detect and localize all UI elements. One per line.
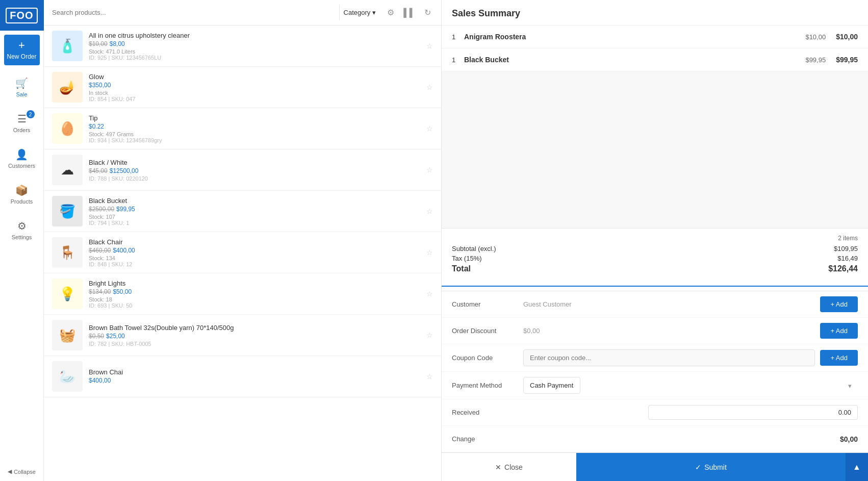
summary-panel: Sales Summary 1 Anigram Roostera $10,00 …	[442, 0, 868, 481]
sidebar-item-settings[interactable]: ⚙ Settings	[0, 212, 44, 248]
product-info: Black / White $45,00$12500,00 ID: 788 | …	[89, 159, 420, 182]
coupon-label: Coupon Code	[452, 354, 523, 362]
check-icon: ✓	[695, 463, 701, 471]
product-price: $350,00	[89, 82, 420, 89]
received-input[interactable]	[648, 405, 858, 420]
barcode-icon[interactable]: ▌▌	[401, 6, 417, 19]
favorite-icon[interactable]: ☆	[426, 248, 433, 257]
products-icon: 📦	[15, 184, 28, 196]
favorite-icon[interactable]: ☆	[426, 42, 433, 50]
sidebar-item-sale[interactable]: 🛒 Sale	[0, 69, 44, 105]
sidebar: FOO + New Order 🛒 Sale ☰ Orders 2 👤 Cust…	[0, 0, 44, 481]
product-price: $10,00$8,00	[89, 40, 420, 47]
category-select[interactable]: Category ▾	[339, 5, 380, 20]
summary-title: Sales Summary	[452, 8, 520, 18]
product-item[interactable]: 🥚 Tip $0.22 Stock: 497 Grams ID: 934 | S…	[44, 108, 441, 149]
grand-total-row: Total $126,44	[452, 264, 858, 273]
collapse-button[interactable]: ◀ Collapse	[8, 462, 36, 481]
favorite-icon[interactable]: ☆	[426, 290, 433, 298]
payment-row: Payment Method Cash PaymentCard PaymentB…	[442, 372, 868, 399]
change-value: $0,00	[817, 435, 858, 443]
product-stock: Stock: 134	[89, 255, 420, 261]
refresh-icon[interactable]: ↻	[422, 6, 433, 19]
payment-select[interactable]: Cash PaymentCard PaymentBank Transfer	[523, 377, 580, 394]
discount-label: Order Discount	[452, 327, 523, 335]
product-info: Brown Chai $400,00	[89, 368, 420, 385]
product-name: Black Chair	[89, 238, 420, 246]
favorite-icon[interactable]: ☆	[426, 372, 433, 381]
new-order-button[interactable]: + New Order	[4, 35, 40, 65]
search-input[interactable]	[52, 9, 334, 16]
orders-icon: ☰	[17, 113, 27, 125]
product-name: Black Bucket	[89, 197, 420, 205]
logo-text: FOO	[6, 8, 37, 23]
order-spacer	[442, 71, 868, 228]
change-label: Change	[452, 435, 817, 443]
product-stock: Stock: 497 Grams	[89, 131, 420, 137]
customer-value: Guest Customer	[523, 300, 820, 308]
product-thumb: 🪔	[52, 72, 83, 103]
products-toolbar: Category ▾ ⚙ ▌▌ ↻	[44, 0, 441, 26]
product-thumb: 🧺	[52, 320, 83, 350]
add-discount-button[interactable]: + Add	[820, 323, 858, 339]
product-item[interactable]: 💡 Bright Lights $134,00$50,00 Stock: 18 …	[44, 273, 441, 315]
sidebar-item-orders[interactable]: ☰ Orders 2	[0, 105, 44, 141]
close-button[interactable]: ✕ Close	[442, 453, 576, 481]
favorite-icon[interactable]: ☆	[426, 207, 433, 215]
favorite-icon[interactable]: ☆	[426, 124, 433, 133]
products-list: 🧴 All in one citrus upholstery cleaner $…	[44, 26, 441, 481]
payment-select-wrapper: Cash PaymentCard PaymentBank Transfer ▾	[523, 377, 858, 394]
orders-badge: 2	[27, 110, 35, 118]
sidebar-item-orders-label: Orders	[13, 127, 31, 133]
customer-row: Customer Guest Customer + Add	[442, 291, 868, 318]
submit-button[interactable]: ✓ Submit	[576, 453, 846, 481]
collapse-icon: ◀	[8, 468, 12, 475]
product-id-sku: ID: 925 | SKU: 123456765LU	[89, 55, 420, 61]
sidebar-item-products[interactable]: 📦 Products	[0, 176, 44, 212]
favorite-icon[interactable]: ☆	[426, 166, 433, 174]
sidebar-nav: 🛒 Sale ☰ Orders 2 👤 Customers 📦 Products…	[0, 69, 43, 462]
new-order-label: New Order	[7, 53, 36, 60]
sidebar-item-settings-label: Settings	[12, 234, 32, 240]
add-coupon-button[interactable]: + Add	[820, 350, 858, 366]
sidebar-item-customers[interactable]: 👤 Customers	[0, 141, 44, 176]
order-item-unit-price: $10,00	[805, 33, 826, 41]
product-item[interactable]: 🧺 Brown Bath Towel 32s(Double yarn) 70*1…	[44, 315, 441, 356]
product-item[interactable]: 🪣 Black Bucket $2500,00$99,95 Stock: 107…	[44, 191, 441, 232]
coupon-input[interactable]	[523, 349, 815, 366]
logo: FOO	[0, 0, 44, 31]
customer-label: Customer	[452, 300, 523, 308]
product-item[interactable]: 🧴 All in one citrus upholstery cleaner $…	[44, 26, 441, 67]
product-thumb: ☁	[52, 155, 83, 185]
product-item[interactable]: 🪔 Glow $350,00 In stock ID: 854 | SKU: 0…	[44, 67, 441, 108]
product-item[interactable]: ☁ Black / White $45,00$12500,00 ID: 788 …	[44, 149, 441, 191]
product-name: Bright Lights	[89, 280, 420, 287]
order-item-total: $99,95	[836, 56, 858, 64]
order-item-unit-price: $99,95	[805, 56, 826, 64]
discount-row: Order Discount $0,00 + Add	[442, 318, 868, 344]
select-arrow-icon: ▾	[848, 382, 852, 389]
product-info: Tip $0.22 Stock: 497 Grams ID: 934 | SKU…	[89, 114, 420, 143]
favorite-icon[interactable]: ☆	[426, 83, 433, 91]
coupon-row: Coupon Code + Add	[442, 344, 868, 372]
product-info: Black Chair $460,00$400,00 Stock: 134 ID…	[89, 238, 420, 267]
items-count: 2 items	[452, 235, 858, 242]
order-item-name: Black Bucket	[464, 56, 805, 64]
filter-icon[interactable]: ⚙	[385, 6, 396, 19]
product-name: Brown Bath Towel 32s(Double yarn) 70*140…	[89, 324, 420, 332]
expand-button[interactable]: ▲	[846, 453, 868, 481]
order-item-row: 1 Black Bucket $99,95 $99,95	[442, 48, 868, 71]
collapse-label: Collapse	[14, 469, 36, 475]
product-id-sku: ID: 854 | SKU: 047	[89, 96, 420, 102]
product-name: All in one citrus upholstery cleaner	[89, 32, 420, 39]
add-customer-button[interactable]: + Add	[820, 296, 858, 312]
submit-label: Submit	[704, 463, 727, 471]
product-item[interactable]: 🦢 Brown Chai $400,00 ☆	[44, 356, 441, 397]
product-info: Glow $350,00 In stock ID: 854 | SKU: 047	[89, 73, 420, 102]
payment-label: Payment Method	[452, 382, 523, 389]
product-item[interactable]: 🪑 Black Chair $460,00$400,00 Stock: 134 …	[44, 232, 441, 273]
subtotal-row: Subtotal (excl.) $109,95	[452, 245, 858, 252]
favorite-icon[interactable]: ☆	[426, 331, 433, 339]
subtotal-label: Subtotal (excl.)	[452, 245, 496, 252]
product-price: $134,00$50,00	[89, 288, 420, 295]
